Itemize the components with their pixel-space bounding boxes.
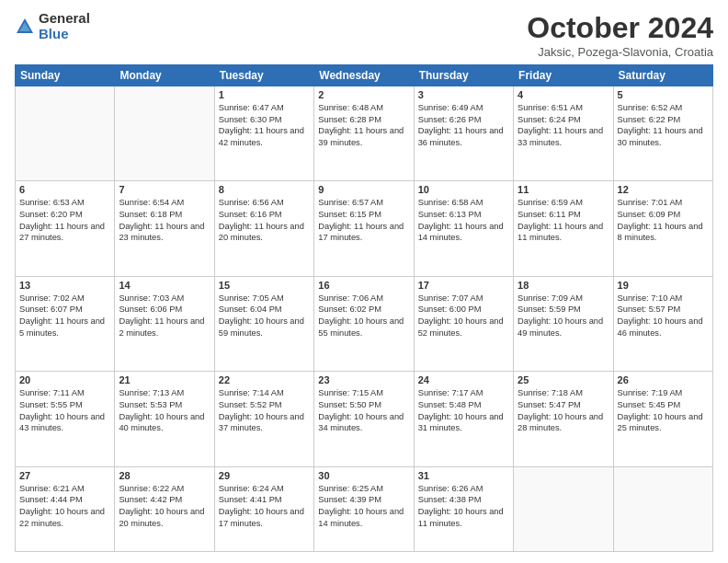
cell-details: Sunrise: 7:10 AMSunset: 5:57 PMDaylight:… xyxy=(618,293,709,339)
table-row xyxy=(613,466,712,551)
cell-details: Sunrise: 6:58 AMSunset: 6:13 PMDaylight:… xyxy=(418,197,509,243)
day-number: 27 xyxy=(19,470,110,481)
header: General Blue October 2024 Jaksic, Pozega… xyxy=(15,11,713,59)
day-number: 24 xyxy=(418,374,509,385)
table-row: 9Sunrise: 6:57 AMSunset: 6:15 PMDaylight… xyxy=(314,181,414,276)
cell-details: Sunrise: 7:09 AMSunset: 5:59 PMDaylight:… xyxy=(518,293,609,339)
cell-details: Sunrise: 7:19 AMSunset: 5:45 PMDaylight:… xyxy=(618,387,709,433)
table-row: 2Sunrise: 6:48 AMSunset: 6:28 PMDaylight… xyxy=(314,86,414,181)
day-number: 21 xyxy=(119,374,210,385)
table-row xyxy=(115,86,214,181)
table-row xyxy=(514,466,613,551)
table-row: 28Sunrise: 6:22 AMSunset: 4:42 PMDayligh… xyxy=(115,466,214,551)
cell-details: Sunrise: 6:53 AMSunset: 6:20 PMDaylight:… xyxy=(19,197,110,243)
day-number: 12 xyxy=(618,184,709,195)
logo-blue: Blue xyxy=(39,27,90,42)
table-row: 17Sunrise: 7:07 AMSunset: 6:00 PMDayligh… xyxy=(414,276,513,371)
col-thursday: Thursday xyxy=(414,65,513,86)
cell-details: Sunrise: 7:07 AMSunset: 6:00 PMDaylight:… xyxy=(418,293,509,339)
table-row: 27Sunrise: 6:21 AMSunset: 4:44 PMDayligh… xyxy=(16,466,115,551)
cell-details: Sunrise: 6:57 AMSunset: 6:15 PMDaylight:… xyxy=(318,197,409,243)
col-sunday: Sunday xyxy=(16,65,115,86)
month-title: October 2024 xyxy=(527,11,713,45)
table-row: 13Sunrise: 7:02 AMSunset: 6:07 PMDayligh… xyxy=(16,276,115,371)
day-number: 30 xyxy=(318,470,409,481)
location: Jaksic, Pozega-Slavonia, Croatia xyxy=(527,45,713,59)
day-number: 28 xyxy=(119,470,210,481)
col-monday: Monday xyxy=(115,65,214,86)
day-number: 20 xyxy=(19,374,110,385)
table-row: 10Sunrise: 6:58 AMSunset: 6:13 PMDayligh… xyxy=(414,181,513,276)
day-number: 16 xyxy=(318,280,409,291)
table-row: 11Sunrise: 6:59 AMSunset: 6:11 PMDayligh… xyxy=(514,181,613,276)
day-number: 4 xyxy=(518,89,609,100)
table-row: 20Sunrise: 7:11 AMSunset: 5:55 PMDayligh… xyxy=(16,372,115,466)
table-row: 23Sunrise: 7:15 AMSunset: 5:50 PMDayligh… xyxy=(314,372,414,466)
header-row: Sunday Monday Tuesday Wednesday Thursday… xyxy=(16,65,713,86)
table-row: 16Sunrise: 7:06 AMSunset: 6:02 PMDayligh… xyxy=(314,276,414,371)
day-number: 29 xyxy=(219,470,310,481)
cell-details: Sunrise: 7:13 AMSunset: 5:53 PMDaylight:… xyxy=(119,387,210,433)
day-number: 10 xyxy=(418,184,509,195)
cell-details: Sunrise: 6:52 AMSunset: 6:22 PMDaylight:… xyxy=(618,102,709,148)
col-friday: Friday xyxy=(514,65,613,86)
table-row: 25Sunrise: 7:18 AMSunset: 5:47 PMDayligh… xyxy=(514,372,613,466)
col-saturday: Saturday xyxy=(613,65,712,86)
day-number: 8 xyxy=(219,184,310,195)
day-number: 23 xyxy=(318,374,409,385)
cell-details: Sunrise: 6:25 AMSunset: 4:39 PMDaylight:… xyxy=(318,483,409,529)
cell-details: Sunrise: 7:18 AMSunset: 5:47 PMDaylight:… xyxy=(518,387,609,433)
day-number: 19 xyxy=(618,280,709,291)
day-number: 17 xyxy=(418,280,509,291)
table-row: 7Sunrise: 6:54 AMSunset: 6:18 PMDaylight… xyxy=(115,181,214,276)
calendar-table: Sunday Monday Tuesday Wednesday Thursday… xyxy=(15,64,713,552)
table-row: 22Sunrise: 7:14 AMSunset: 5:52 PMDayligh… xyxy=(214,372,313,466)
table-row: 6Sunrise: 6:53 AMSunset: 6:20 PMDaylight… xyxy=(16,181,115,276)
table-row: 12Sunrise: 7:01 AMSunset: 6:09 PMDayligh… xyxy=(613,181,712,276)
day-number: 25 xyxy=(518,374,609,385)
table-row: 5Sunrise: 6:52 AMSunset: 6:22 PMDaylight… xyxy=(613,86,712,181)
day-number: 9 xyxy=(318,184,409,195)
table-row xyxy=(16,86,115,181)
table-row: 14Sunrise: 7:03 AMSunset: 6:06 PMDayligh… xyxy=(115,276,214,371)
cell-details: Sunrise: 6:26 AMSunset: 4:38 PMDaylight:… xyxy=(418,483,509,529)
cell-details: Sunrise: 6:48 AMSunset: 6:28 PMDaylight:… xyxy=(318,102,409,148)
cell-details: Sunrise: 7:11 AMSunset: 5:55 PMDaylight:… xyxy=(19,387,110,433)
day-number: 5 xyxy=(618,89,709,100)
table-row: 15Sunrise: 7:05 AMSunset: 6:04 PMDayligh… xyxy=(214,276,313,371)
day-number: 26 xyxy=(618,374,709,385)
title-block: October 2024 Jaksic, Pozega-Slavonia, Cr… xyxy=(527,11,713,59)
table-row: 26Sunrise: 7:19 AMSunset: 5:45 PMDayligh… xyxy=(613,372,712,466)
calendar-page: General Blue October 2024 Jaksic, Pozega… xyxy=(0,0,728,563)
cell-details: Sunrise: 6:22 AMSunset: 4:42 PMDaylight:… xyxy=(119,483,210,529)
table-row: 30Sunrise: 6:25 AMSunset: 4:39 PMDayligh… xyxy=(314,466,414,551)
col-tuesday: Tuesday xyxy=(214,65,313,86)
day-number: 11 xyxy=(518,184,609,195)
cell-details: Sunrise: 7:15 AMSunset: 5:50 PMDaylight:… xyxy=(318,387,409,433)
logo: General Blue xyxy=(15,11,90,41)
cell-details: Sunrise: 6:51 AMSunset: 6:24 PMDaylight:… xyxy=(518,102,609,148)
cell-details: Sunrise: 6:54 AMSunset: 6:18 PMDaylight:… xyxy=(119,197,210,243)
cell-details: Sunrise: 6:59 AMSunset: 6:11 PMDaylight:… xyxy=(518,197,609,243)
table-row: 24Sunrise: 7:17 AMSunset: 5:48 PMDayligh… xyxy=(414,372,513,466)
table-row: 18Sunrise: 7:09 AMSunset: 5:59 PMDayligh… xyxy=(514,276,613,371)
cell-details: Sunrise: 6:56 AMSunset: 6:16 PMDaylight:… xyxy=(219,197,310,243)
table-row: 19Sunrise: 7:10 AMSunset: 5:57 PMDayligh… xyxy=(613,276,712,371)
day-number: 6 xyxy=(19,184,110,195)
cell-details: Sunrise: 7:03 AMSunset: 6:06 PMDaylight:… xyxy=(119,293,210,339)
day-number: 7 xyxy=(119,184,210,195)
day-number: 15 xyxy=(219,280,310,291)
cell-details: Sunrise: 6:49 AMSunset: 6:26 PMDaylight:… xyxy=(418,102,509,148)
col-wednesday: Wednesday xyxy=(314,65,414,86)
day-number: 2 xyxy=(318,89,409,100)
day-number: 31 xyxy=(418,470,509,481)
day-number: 18 xyxy=(518,280,609,291)
cell-details: Sunrise: 7:02 AMSunset: 6:07 PMDaylight:… xyxy=(19,293,110,339)
cell-details: Sunrise: 7:17 AMSunset: 5:48 PMDaylight:… xyxy=(418,387,509,433)
day-number: 14 xyxy=(119,280,210,291)
logo-general: General xyxy=(39,11,90,27)
day-number: 22 xyxy=(219,374,310,385)
cell-details: Sunrise: 7:01 AMSunset: 6:09 PMDaylight:… xyxy=(618,197,709,243)
cell-details: Sunrise: 6:47 AMSunset: 6:30 PMDaylight:… xyxy=(219,102,310,148)
table-row: 3Sunrise: 6:49 AMSunset: 6:26 PMDaylight… xyxy=(414,86,513,181)
